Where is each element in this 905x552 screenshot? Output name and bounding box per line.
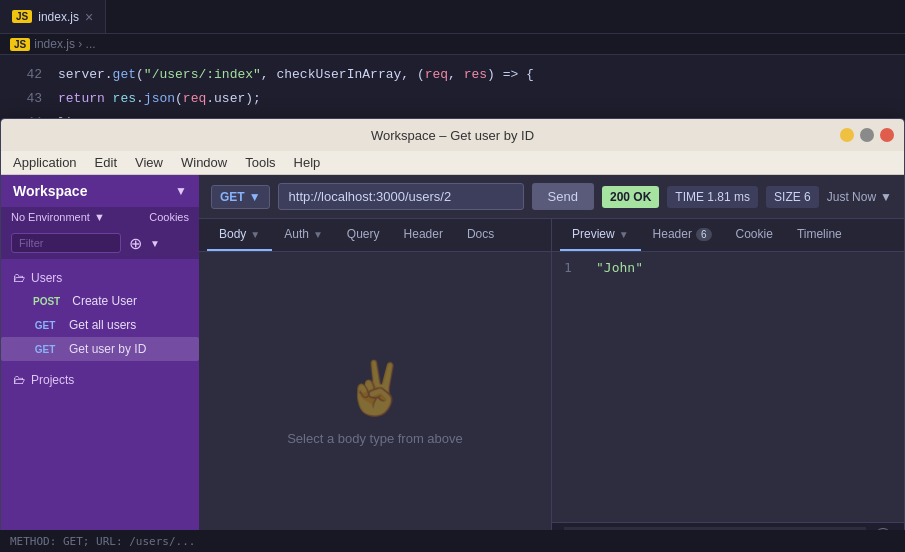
- sidebar-filter-area: ⊕ ▼: [1, 227, 199, 259]
- method-label: GET: [220, 190, 245, 204]
- method-arrow-icon: ▼: [249, 190, 261, 204]
- tab-header-label: Header: [404, 227, 443, 241]
- env-dropdown[interactable]: No Environment ▼: [11, 211, 105, 223]
- request-body-area: ✌️ Select a body type from above: [199, 252, 551, 551]
- sidebar-item-get-all-users[interactable]: GET Get all users: [1, 313, 199, 337]
- status-code: 200: [610, 190, 630, 204]
- main-content: GET ▼ Send 200 OK TIME 1.81 ms SIZE: [199, 175, 904, 551]
- request-tabs: Body ▼ Auth ▼ Query Header: [199, 219, 551, 252]
- statusbar-text: METHOD: GET; URL: /users/...: [10, 535, 195, 548]
- filter-row: ⊕ ▼: [11, 233, 189, 253]
- url-bar: GET ▼ Send 200 OK TIME 1.81 ms SIZE: [199, 175, 904, 219]
- tab-preview-arrow-icon: ▼: [619, 229, 629, 240]
- sidebar: Workspace ▼ No Environment ▼ Cookies ⊕ ▼: [1, 175, 199, 551]
- menu-help[interactable]: Help: [294, 155, 321, 170]
- cookies-button[interactable]: Cookies: [149, 211, 189, 223]
- modal-body: Workspace ▼ No Environment ▼ Cookies ⊕ ▼: [1, 175, 904, 551]
- sidebar-item-get-user-by-id[interactable]: GET Get user by ID: [1, 337, 199, 361]
- breadcrumb: JS index.js › ...: [0, 34, 905, 55]
- menu-tools[interactable]: Tools: [245, 155, 275, 170]
- code-content-43: return res.json(req.user);: [58, 89, 261, 109]
- sidebar-item-create-user[interactable]: POST Create User: [1, 289, 199, 313]
- modal-controls: [840, 128, 894, 142]
- response-line-1: 1 "John": [564, 260, 892, 275]
- sidebar-item-label-get-by-id: Get user by ID: [69, 342, 146, 356]
- editor-tab-bar: JS index.js ×: [0, 0, 905, 34]
- timestamp-arrow-icon: ▼: [880, 190, 892, 204]
- maximize-button[interactable]: [860, 128, 874, 142]
- menu-view[interactable]: View: [135, 155, 163, 170]
- js-badge: JS: [12, 10, 32, 23]
- sidebar-group-users[interactable]: 🗁 Users: [1, 267, 199, 289]
- modal-titlebar: Workspace – Get user by ID: [1, 119, 904, 151]
- filter-input[interactable]: [11, 233, 121, 253]
- response-line-num-1: 1: [564, 260, 584, 275]
- tab-body-label: Body: [219, 227, 246, 241]
- code-line-42: 42 server.get("/users/:index", checkUser…: [0, 63, 905, 87]
- status-badge: 200 OK: [602, 186, 659, 208]
- body-placeholder-text: Select a body type from above: [287, 431, 463, 446]
- tab-preview-label: Preview: [572, 227, 615, 241]
- size-badge: SIZE 6: [766, 186, 819, 208]
- workspace-dropdown-icon[interactable]: ▼: [175, 184, 187, 198]
- insomnia-modal: Workspace – Get user by ID Application E…: [0, 118, 905, 552]
- add-request-button[interactable]: ⊕: [125, 234, 146, 253]
- tab-auth[interactable]: Auth ▼: [272, 219, 335, 251]
- tab-cookie[interactable]: Cookie: [724, 219, 785, 251]
- method-get-badge-all: GET: [29, 319, 61, 332]
- modal-title: Workspace – Get user by ID: [371, 128, 534, 143]
- tab-body[interactable]: Body ▼: [207, 219, 272, 251]
- tab-auth-arrow-icon: ▼: [313, 229, 323, 240]
- response-tabs: Preview ▼ Header 6 Cookie Time: [552, 219, 904, 252]
- folder-icon: 🗁: [13, 271, 25, 285]
- close-button[interactable]: [880, 128, 894, 142]
- hand-icon: ✌️: [343, 358, 408, 419]
- response-panel: Preview ▼ Header 6 Cookie Time: [552, 219, 904, 551]
- time-value: 1.81 ms: [707, 190, 750, 204]
- tab-auth-label: Auth: [284, 227, 309, 241]
- add-dropdown-icon[interactable]: ▼: [150, 238, 160, 249]
- editor-tab[interactable]: JS index.js ×: [0, 0, 106, 33]
- tab-cookie-label: Cookie: [736, 227, 773, 241]
- projects-label: Projects: [31, 373, 74, 387]
- tab-response-header[interactable]: Header 6: [641, 219, 724, 251]
- menu-edit[interactable]: Edit: [95, 155, 117, 170]
- editor-statusbar: METHOD: GET; URL: /users/...: [0, 530, 905, 552]
- request-panel: Body ▼ Auth ▼ Query Header: [199, 219, 552, 551]
- sidebar-projects[interactable]: 🗁 Projects: [1, 365, 199, 395]
- url-input[interactable]: [278, 183, 524, 210]
- tab-docs[interactable]: Docs: [455, 219, 506, 251]
- tab-filename: index.js: [38, 10, 79, 24]
- breadcrumb-path: index.js › ...: [34, 37, 95, 51]
- send-button[interactable]: Send: [532, 183, 594, 210]
- projects-folder-icon: 🗁: [13, 373, 25, 387]
- tab-query[interactable]: Query: [335, 219, 392, 251]
- code-content-42: server.get("/users/:index", checkUserInA…: [58, 65, 534, 85]
- size-value: 6: [804, 190, 811, 204]
- status-text: OK: [633, 190, 651, 204]
- menu-application[interactable]: Application: [13, 155, 77, 170]
- panels: Body ▼ Auth ▼ Query Header: [199, 219, 904, 551]
- method-post-badge: POST: [29, 295, 64, 308]
- menu-window[interactable]: Window: [181, 155, 227, 170]
- sidebar-env-bar: No Environment ▼ Cookies: [1, 207, 199, 227]
- tab-header[interactable]: Header: [392, 219, 455, 251]
- line-num-43: 43: [10, 89, 42, 109]
- code-line-43: 43 return res.json(req.user);: [0, 87, 905, 111]
- group-users-label: Users: [31, 271, 62, 285]
- modal-menubar: Application Edit View Window Tools Help: [1, 151, 904, 175]
- header-count-badge: 6: [696, 228, 712, 241]
- method-dropdown[interactable]: GET ▼: [211, 185, 270, 209]
- tab-preview[interactable]: Preview ▼: [560, 219, 641, 251]
- method-get-badge-id: GET: [29, 343, 61, 356]
- tab-body-arrow-icon: ▼: [250, 229, 260, 240]
- tab-close-icon[interactable]: ×: [85, 9, 93, 25]
- timestamp[interactable]: Just Now ▼: [827, 190, 892, 204]
- tab-timeline[interactable]: Timeline: [785, 219, 854, 251]
- minimize-button[interactable]: [840, 128, 854, 142]
- sidebar-header: Workspace ▼: [1, 175, 199, 207]
- response-value-1: "John": [596, 260, 643, 275]
- response-body: 1 "John": [552, 252, 904, 522]
- timestamp-label: Just Now: [827, 190, 876, 204]
- tab-timeline-label: Timeline: [797, 227, 842, 241]
